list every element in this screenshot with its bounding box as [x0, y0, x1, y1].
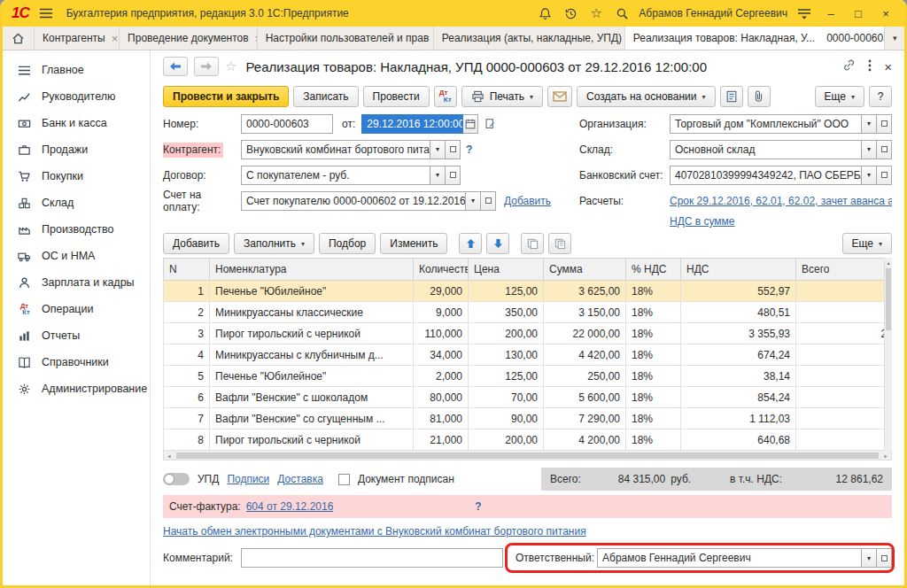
tab-realizatsiya-akty[interactable]: Реализация (акты, накладные, УПД) × [434, 27, 625, 50]
cell-total[interactable]: 5 600,00 [796, 387, 893, 408]
notifications-icon[interactable] [536, 4, 554, 22]
organization-field[interactable]: Торговый дом "Комплексный" ООО ▾ [670, 114, 892, 134]
cell-sum[interactable]: 4 200,00 [544, 429, 626, 451]
close-document-icon[interactable]: × [884, 59, 892, 74]
dropdown-icon[interactable]: ▾ [862, 548, 877, 568]
cell-total[interactable]: 4 200,00 [796, 429, 893, 451]
upd-toggle[interactable] [163, 473, 190, 485]
document-signed-checkbox[interactable] [338, 474, 350, 485]
cell-vat[interactable]: 38,14 [681, 366, 796, 387]
cell-nomenclature[interactable]: Миникруассаны с клубничным д... [210, 344, 414, 366]
cell-nomenclature[interactable]: Печенье "Юбилейное" [210, 366, 414, 387]
scroll-right-icon[interactable]: ▸ [880, 453, 891, 459]
cell-vat-rate[interactable]: 18% [626, 344, 681, 366]
cell-vat-rate[interactable]: 18% [626, 302, 681, 323]
settlements-link[interactable]: Срок 29.12.2016, 62.01, 62.02, зачет ава… [670, 195, 892, 207]
table-row[interactable]: 3 Пирог тирольский с черникой 110,000 20… [164, 323, 893, 344]
scrollbar-thumb[interactable] [176, 453, 879, 459]
table-row[interactable]: 8 Пирог тирольский с черникой 21,000 200… [164, 429, 893, 451]
main-menu-icon[interactable] [37, 4, 55, 22]
col-vat[interactable]: НДС [681, 259, 796, 281]
tab-overflow-button[interactable]: ▾ [885, 27, 904, 50]
table-row[interactable]: 4 Миникруассаны с клубничным д... 34,000… [164, 344, 893, 366]
paste-rows-button[interactable] [548, 233, 571, 254]
cell-quantity[interactable]: 9,000 [414, 302, 469, 323]
open-icon[interactable] [877, 548, 892, 568]
dt-kt-button[interactable]: Дт Кт [434, 86, 457, 107]
cell-price[interactable]: 350,00 [469, 302, 544, 323]
related-documents-button[interactable] [720, 86, 743, 107]
maximize-button[interactable]: □ [849, 7, 868, 20]
cell-price[interactable]: 125,00 [469, 281, 544, 302]
create-based-on-button[interactable]: Создать на основании ▾ [577, 86, 716, 107]
sidebar-item-administration[interactable]: Администрирование [3, 375, 150, 402]
document-edit-icon[interactable] [485, 118, 496, 130]
dropdown-icon[interactable]: ▾ [430, 166, 446, 185]
dropdown-icon[interactable]: ▾ [862, 114, 877, 134]
favorites-icon[interactable]: ☆ [587, 4, 605, 22]
cell-sum[interactable]: 250,00 [544, 366, 626, 387]
save-button[interactable]: Записать [293, 86, 358, 107]
cell-vat[interactable]: 640,68 [681, 429, 796, 451]
change-button[interactable]: Изменить [380, 233, 447, 254]
delivery-link[interactable]: Доставка [277, 473, 323, 485]
cell-vat-rate[interactable]: 18% [626, 366, 681, 387]
table-row[interactable]: 7 Вафли "Венские" со сгущенным ... 81,00… [164, 408, 893, 429]
col-total[interactable]: Всего [796, 259, 893, 281]
cell-n[interactable]: 6 [164, 387, 210, 408]
dropdown-icon[interactable]: ▾ [862, 166, 877, 185]
open-icon[interactable] [446, 166, 461, 185]
close-window-button[interactable]: × [876, 7, 895, 20]
forward-button[interactable] [194, 57, 219, 76]
bank-account-field[interactable]: 40702810399994349242, ПАО СБЕРБАНК ▾ [670, 166, 892, 185]
current-user[interactable]: Абрамов Геннадий Сергеевич [639, 7, 787, 19]
history-icon[interactable] [562, 4, 579, 22]
cell-vat[interactable]: 854,24 [681, 387, 796, 408]
print-button[interactable]: Печать ▾ [461, 86, 543, 107]
tab-provedenie-dokumentov[interactable]: Проведение документов × [120, 27, 258, 50]
email-button[interactable] [547, 86, 572, 107]
favorite-star-icon[interactable]: ☆ [225, 58, 236, 74]
pick-button[interactable]: Подбор [319, 233, 376, 254]
cell-vat[interactable]: 674,24 [681, 344, 796, 366]
sidebar-item-manager[interactable]: Руководителю [3, 83, 150, 110]
add-row-button[interactable]: Добавить [163, 233, 229, 254]
post-and-close-button[interactable]: Провести и закрыть [163, 86, 289, 107]
sidebar-item-warehouse[interactable]: Склад [3, 190, 150, 216]
sidebar-item-fixed-assets[interactable]: ОС и НМА [3, 243, 150, 269]
table-row[interactable]: 1 Печенье "Юбилейное" 29,000 125,00 3 62… [164, 281, 893, 302]
cell-nomenclature[interactable]: Миникруассаны классические [210, 302, 414, 323]
help-button[interactable]: ? [869, 86, 892, 107]
cell-quantity[interactable]: 81,000 [414, 408, 469, 429]
col-n[interactable]: N [164, 259, 210, 281]
cell-total[interactable]: 250,00 [796, 366, 893, 387]
cell-total[interactable]: 3 150,00 [796, 302, 893, 323]
table-row[interactable]: 6 Вафли "Венские" с шоколадом 80,000 70,… [164, 387, 893, 408]
minimize-button[interactable]: – [821, 7, 841, 20]
cell-vat[interactable]: 552,97 [681, 281, 796, 302]
cell-quantity[interactable]: 110,000 [414, 323, 469, 344]
open-icon[interactable] [877, 166, 892, 185]
warehouse-field[interactable]: Основной склад ▾ [670, 140, 892, 159]
items-more-button[interactable]: Еще ▾ [842, 233, 892, 254]
cell-nomenclature[interactable]: Пирог тирольский с черникой [210, 429, 414, 451]
cell-n[interactable]: 7 [164, 408, 210, 429]
dropdown-icon[interactable]: ▾ [862, 140, 877, 159]
table-row[interactable]: 2 Миникруассаны классические 9,000 350,0… [164, 302, 893, 323]
col-quantity[interactable]: Количество [414, 259, 469, 281]
attachments-button[interactable] [748, 86, 771, 107]
move-down-button[interactable] [486, 233, 509, 254]
cell-price[interactable]: 200,00 [469, 323, 544, 344]
cell-nomenclature[interactable]: Печенье "Юбилейное" [210, 281, 414, 302]
cell-vat-rate[interactable]: 18% [626, 429, 681, 451]
sidebar-item-main[interactable]: Главное [3, 57, 150, 83]
move-up-button[interactable] [459, 233, 482, 254]
calendar-icon[interactable] [463, 114, 478, 134]
more-button[interactable]: Еще ▾ [815, 86, 864, 107]
add-payment-invoice-link[interactable]: Добавить [504, 195, 551, 207]
col-price[interactable]: Цена [469, 259, 544, 281]
scroll-left-icon[interactable]: ◂ [164, 453, 174, 459]
cell-quantity[interactable]: 80,000 [414, 387, 469, 408]
tab-close-icon[interactable]: × [112, 32, 119, 45]
date-field[interactable]: 29.12.2016 12:00:00 [361, 114, 478, 134]
